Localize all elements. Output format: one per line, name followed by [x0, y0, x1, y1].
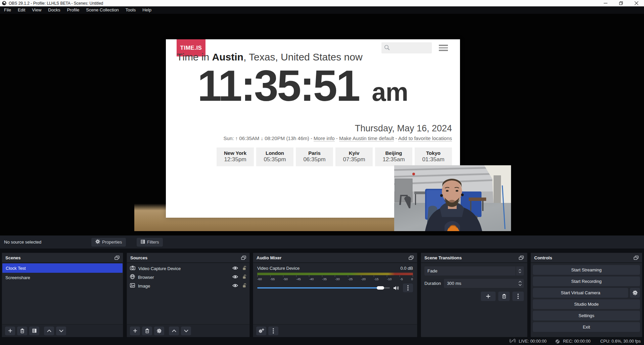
- popout-dock-icon[interactable]: [241, 256, 246, 260]
- popout-dock-icon[interactable]: [409, 256, 414, 260]
- menu-scene-collection[interactable]: Scene Collection: [83, 6, 122, 14]
- gear-icon: [95, 239, 100, 245]
- webcam-overlay: [394, 165, 511, 231]
- menu-profile[interactable]: Profile: [63, 6, 83, 14]
- start-virtual-camera-button[interactable]: Start Virtual Camera: [533, 288, 628, 298]
- menu-view[interactable]: View: [29, 6, 45, 14]
- titlebar: OBS 29.1.2 - Profile: LLHLS BETA - Scene…: [0, 0, 644, 6]
- hamburger-menu-icon: [439, 45, 448, 51]
- scene-list: Clock Test Screenshare: [2, 263, 123, 282]
- preview-canvas[interactable]: TIME.IS Time in Austin, Texas, United St…: [134, 18, 511, 231]
- move-scene-up-button[interactable]: [44, 327, 54, 335]
- restore-button[interactable]: [613, 0, 629, 6]
- source-toolbar: No source selected Properties Filters: [0, 235, 644, 249]
- city-card: Kyiv07:35pm: [335, 147, 373, 166]
- visibility-eye-icon[interactable]: [232, 266, 238, 271]
- lock-icon[interactable]: [242, 266, 246, 271]
- volume-slider[interactable]: [257, 287, 390, 289]
- lock-icon[interactable]: [242, 283, 246, 289]
- add-source-button[interactable]: [130, 327, 140, 335]
- filters-button[interactable]: Filters: [137, 238, 163, 247]
- popout-dock-icon[interactable]: [634, 256, 639, 260]
- image-icon: [130, 283, 135, 289]
- source-list: Video Capture Device Browser: [127, 263, 249, 290]
- volume-meter: [257, 274, 413, 275]
- transition-dropdown[interactable]: Fade: [424, 266, 524, 275]
- duration-spinbox[interactable]: 300 ms: [444, 279, 524, 288]
- webcam-video: [394, 165, 511, 231]
- menu-help[interactable]: Help: [139, 6, 155, 14]
- popout-dock-icon[interactable]: [519, 256, 524, 260]
- add-scene-button[interactable]: [5, 327, 15, 335]
- scene-transitions-panel: Scene Transitions Fade Duration 300 ms: [421, 253, 527, 337]
- scene-item-screenshare[interactable]: Screenshare: [2, 273, 123, 282]
- menubar: File Edit View Docks Profile Scene Colle…: [0, 6, 644, 14]
- transitions-header[interactable]: Scene Transitions: [421, 253, 527, 263]
- menu-tools[interactable]: Tools: [122, 6, 139, 14]
- record-time: REC: 00:00:00: [563, 339, 591, 344]
- meter-ticks: [257, 275, 413, 277]
- scene-filters-button[interactable]: [29, 327, 39, 335]
- scenes-toolbar: [2, 324, 123, 337]
- more-info-link: More info: [314, 135, 335, 141]
- menu-docks[interactable]: Docks: [45, 6, 63, 14]
- close-button[interactable]: [629, 0, 644, 6]
- visibility-eye-icon[interactable]: [232, 275, 238, 280]
- add-transition-button[interactable]: [481, 292, 496, 301]
- dock-area: Scenes Clock Test Screenshare Sources: [0, 249, 644, 338]
- obs-logo-icon: [2, 1, 6, 5]
- source-item-browser[interactable]: Browser: [127, 273, 249, 282]
- city-card: Paris06:35pm: [296, 147, 333, 166]
- speaker-icon[interactable]: [393, 286, 400, 291]
- start-streaming-button[interactable]: Start Streaming: [533, 265, 640, 275]
- advanced-audio-button[interactable]: [256, 327, 266, 335]
- controls-header[interactable]: Controls: [531, 253, 642, 263]
- volume-slider-handle[interactable]: [377, 286, 384, 290]
- mixer-options-button[interactable]: [268, 327, 278, 335]
- exit-button[interactable]: Exit: [533, 322, 640, 332]
- remove-transition-button[interactable]: [498, 292, 510, 301]
- menu-file[interactable]: File: [1, 6, 14, 14]
- source-item-video-capture[interactable]: Video Capture Device: [127, 264, 249, 273]
- start-recording-button[interactable]: Start Recording: [533, 276, 640, 286]
- properties-button[interactable]: Properties: [91, 238, 126, 247]
- timeis-city-times: New York12:35pm London05:35pm Paris06:35…: [186, 147, 452, 166]
- sources-panel: Sources Video Capture Device Browser: [127, 253, 250, 337]
- source-properties-button[interactable]: [154, 327, 164, 335]
- add-favorite-link: Add to favorite locations: [398, 135, 452, 141]
- remove-scene-button[interactable]: [17, 327, 27, 335]
- visibility-eye-icon[interactable]: [232, 284, 238, 289]
- sources-panel-header[interactable]: Sources: [127, 253, 249, 263]
- scenes-panel: Scenes Clock Test Screenshare: [2, 253, 123, 337]
- move-source-down-button[interactable]: [181, 327, 191, 335]
- minimize-button[interactable]: [598, 0, 613, 6]
- scene-item-clock-test[interactable]: Clock Test: [2, 263, 123, 273]
- popout-dock-icon[interactable]: [114, 256, 120, 260]
- window-title: OBS 29.1.2 - Profile: LLHLS BETA - Scene…: [9, 1, 103, 6]
- settings-button[interactable]: Settings: [533, 311, 640, 320]
- dropdown-chevrons-icon: [516, 266, 524, 275]
- move-scene-down-button[interactable]: [56, 327, 66, 335]
- search-icon: [384, 44, 390, 52]
- city-card: New York12:35pm: [217, 147, 254, 166]
- timeis-search-box: [381, 42, 432, 53]
- move-source-up-button[interactable]: [169, 327, 179, 335]
- timeis-date: Thursday, May 16, 2024: [186, 123, 452, 134]
- virtual-camera-settings-button[interactable]: [630, 288, 640, 298]
- mixer-db-value: 0.0 dB: [400, 266, 413, 271]
- transition-options-button[interactable]: [512, 292, 524, 301]
- clock-ampm: am: [372, 77, 408, 106]
- audio-mixer-header[interactable]: Audio Mixer: [253, 253, 417, 263]
- spinner-chevrons-icon[interactable]: [516, 281, 524, 286]
- meter-scale: -60-55-50-45-40-35-30-25-20-15-10-50: [257, 277, 413, 281]
- menu-edit[interactable]: Edit: [14, 6, 29, 14]
- stream-inactive-icon: [509, 338, 516, 344]
- scenes-panel-header[interactable]: Scenes: [2, 253, 123, 263]
- live-time: LIVE: 00:00:00: [519, 339, 547, 344]
- remove-source-button[interactable]: [142, 327, 152, 335]
- lock-icon[interactable]: [242, 274, 246, 280]
- source-item-image[interactable]: Image: [127, 282, 249, 290]
- preview-area: TIME.IS Time in Austin, Texas, United St…: [0, 14, 644, 235]
- channel-options-button[interactable]: [403, 284, 413, 292]
- studio-mode-button[interactable]: Studio Mode: [533, 299, 640, 309]
